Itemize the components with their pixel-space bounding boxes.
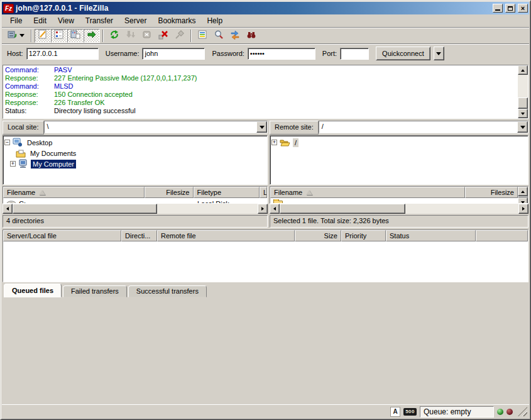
process-queue-button[interactable] xyxy=(123,29,139,43)
column-header-server-local-file[interactable]: Server/Local file xyxy=(3,230,121,241)
directory-compare-button[interactable] xyxy=(211,29,227,43)
resize-grip[interactable] xyxy=(518,407,527,416)
column-header-filesize[interactable]: Filesize xyxy=(465,187,518,198)
collapse-icon[interactable]: − xyxy=(4,140,10,145)
remote-site-dropdown-button[interactable] xyxy=(517,121,528,133)
speed-limit-icon[interactable]: 500 xyxy=(403,408,417,416)
file-row[interactable]: .. xyxy=(270,198,518,203)
host-input[interactable] xyxy=(26,48,99,60)
menu-help[interactable]: Help xyxy=(201,15,228,26)
local-list-body: C: Local Disk xyxy=(3,198,267,203)
local-site-combobox[interactable]: \ xyxy=(44,121,268,133)
port-input[interactable] xyxy=(340,48,369,60)
remote-file-list: Filename Filesize .. forbidden xyxy=(270,186,528,204)
disconnect-button[interactable] xyxy=(155,29,172,43)
column-header-filesize[interactable]: Filesize xyxy=(145,187,194,198)
expand-icon[interactable]: + xyxy=(10,161,16,167)
menu-file[interactable]: File xyxy=(4,15,28,26)
find-files-button[interactable] xyxy=(243,29,260,43)
local-site-dropdown-button[interactable] xyxy=(256,121,267,133)
scroll-up-button[interactable] xyxy=(518,187,528,196)
remote-tree-icon xyxy=(70,30,80,42)
refresh-button[interactable] xyxy=(106,29,123,43)
title-bar: Fz john@127.0.0.1 - FileZilla × xyxy=(2,2,529,14)
quickconnect-dropdown-button[interactable] xyxy=(434,47,444,60)
reconnect-button[interactable] xyxy=(172,29,188,43)
log-vertical-scrollbar[interactable] xyxy=(518,65,528,118)
log-text: PASV xyxy=(54,66,72,74)
toggle-local-tree-button[interactable] xyxy=(51,29,67,43)
toggle-transfer-queue-button[interactable] xyxy=(84,29,100,43)
scroll-up-button[interactable] xyxy=(518,65,528,75)
menu-view[interactable]: View xyxy=(52,15,80,26)
sort-ascending-icon xyxy=(39,190,45,195)
cancel-button[interactable] xyxy=(139,29,155,43)
transfer-type-icon[interactable]: A xyxy=(390,407,400,417)
remote-site-combobox[interactable]: / xyxy=(319,121,528,133)
scrollbar-thumb[interactable] xyxy=(13,204,157,214)
toolbar xyxy=(2,27,529,43)
directory-filter-button[interactable] xyxy=(194,29,211,43)
scroll-down-button[interactable] xyxy=(518,197,528,204)
tree-item-label: Desktop xyxy=(25,138,54,147)
scrollbar-thumb[interactable] xyxy=(518,97,528,109)
toggle-remote-tree-button[interactable] xyxy=(67,29,84,43)
toolbar-separator xyxy=(31,30,32,42)
expand-icon[interactable]: + xyxy=(271,140,277,145)
column-header-size[interactable]: Size xyxy=(295,230,341,241)
maximize-button[interactable] xyxy=(505,4,515,13)
tab-failed-transfers[interactable]: Failed transfers xyxy=(63,285,127,297)
queue-body[interactable] xyxy=(3,241,528,282)
toggle-message-log-button[interactable] xyxy=(35,29,51,43)
column-header-lastmodified[interactable]: L xyxy=(260,187,267,198)
file-row-c-drive[interactable]: C: Local Disk xyxy=(3,198,267,203)
site-manager-button[interactable] xyxy=(4,29,28,43)
column-header-priority[interactable]: Priority xyxy=(341,230,386,241)
log-line: Command:PASV xyxy=(5,66,516,74)
column-header-remote-file[interactable]: Remote file xyxy=(157,230,295,241)
scroll-left-button[interactable] xyxy=(270,204,280,214)
scroll-left-button[interactable] xyxy=(3,204,13,214)
menu-server[interactable]: Server xyxy=(119,15,152,26)
remote-horizontal-scrollbar[interactable] xyxy=(270,204,528,214)
scrollbar-thumb[interactable] xyxy=(280,204,405,214)
tab-successful-transfers[interactable]: Successful transfers xyxy=(128,285,207,297)
transfer-queue: Server/Local file Directi... Remote file… xyxy=(3,229,528,282)
tree-item-desktop[interactable]: − Desktop xyxy=(4,137,266,148)
tree-item-my-documents[interactable]: My Documents xyxy=(4,148,266,158)
app-logo-icon: Fz xyxy=(3,4,14,13)
open-folder-icon xyxy=(280,138,290,146)
password-input[interactable] xyxy=(248,48,315,60)
close-button[interactable]: × xyxy=(518,4,528,13)
dropdown-icon xyxy=(436,52,441,55)
scroll-right-button[interactable] xyxy=(518,204,528,214)
column-header-filename[interactable]: Filename xyxy=(3,187,145,198)
arrow-left-icon xyxy=(6,207,9,211)
refresh-icon xyxy=(109,30,119,42)
tab-queued-files[interactable]: Queued files xyxy=(4,284,62,297)
remote-vertical-scrollbar[interactable] xyxy=(518,187,528,203)
menu-bookmarks[interactable]: Bookmarks xyxy=(152,15,201,26)
column-header-direction[interactable]: Directi... xyxy=(121,230,157,241)
menu-transfer[interactable]: Transfer xyxy=(80,15,119,26)
menu-edit[interactable]: Edit xyxy=(28,15,52,26)
tree-item-my-computer[interactable]: + My Computer xyxy=(4,158,266,169)
synchronized-browsing-button[interactable] xyxy=(227,29,243,43)
local-site-label: Local site: xyxy=(3,121,44,135)
scroll-right-button[interactable] xyxy=(258,204,268,214)
remote-tree: + / xyxy=(270,135,528,185)
toolbar-separator xyxy=(102,30,104,42)
quickconnect-button[interactable]: Quickconnect xyxy=(376,47,430,60)
column-header-filetype[interactable]: Filetype xyxy=(194,187,260,198)
tree-item-root[interactable]: + / xyxy=(271,137,527,148)
column-header-status[interactable]: Status xyxy=(386,230,476,241)
local-horizontal-scrollbar[interactable] xyxy=(3,204,268,214)
scroll-down-button[interactable] xyxy=(518,109,528,118)
site-manager-dropdown-icon[interactable] xyxy=(19,34,25,37)
username-input[interactable] xyxy=(142,48,205,60)
minimize-button[interactable] xyxy=(493,4,503,13)
column-header-filename[interactable]: Filename xyxy=(270,187,465,198)
binoculars-icon xyxy=(246,30,256,42)
folder-icon xyxy=(273,199,283,203)
activity-led-red-icon xyxy=(506,409,513,415)
